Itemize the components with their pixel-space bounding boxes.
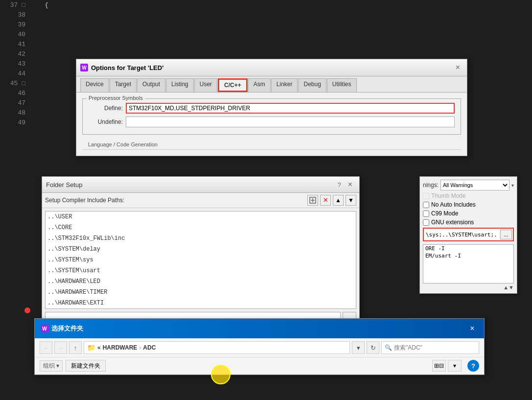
file-nav-bar: ← → ↑ 📁 « HARDWARE › ADC ▾ ↻ 🔍 xyxy=(35,338,484,357)
code-line-39 xyxy=(29,20,48,29)
include-path-browse-btn[interactable]: ... xyxy=(500,230,512,239)
help-btn[interactable]: ? xyxy=(467,360,479,372)
nav-back-btn[interactable]: ← xyxy=(40,341,52,354)
scroll-up-btn[interactable]: ▲ xyxy=(503,284,509,290)
line-39: 39 xyxy=(0,20,29,29)
search-input[interactable] xyxy=(394,344,476,351)
tab-listing[interactable]: Listing xyxy=(166,78,194,92)
no-auto-includes-checkbox[interactable] xyxy=(423,202,429,208)
tab-utilities[interactable]: Utilities xyxy=(327,78,357,92)
folder-toolbar-label: Setup Compiler Include Paths: xyxy=(45,197,305,204)
line-38: 38 xyxy=(0,10,29,20)
line-46: 46 xyxy=(0,88,29,98)
breadcrumb-bar[interactable]: 📁 « HARDWARE › ADC xyxy=(84,341,350,354)
include-path-input[interactable] xyxy=(425,230,499,239)
line-41: 41 xyxy=(0,39,29,49)
path-item-exti[interactable]: ..\HARDWARE\EXTI xyxy=(46,298,356,308)
line-43: 43 xyxy=(0,59,29,69)
right-options-panel: nings: All Warnings ▾ Thumb Mode No Auto… xyxy=(419,176,517,294)
code-line-41 xyxy=(29,39,48,49)
scroll-down-btn[interactable]: ▼ xyxy=(509,284,514,290)
include-item-usart: EM/usart -I xyxy=(423,252,513,259)
preprocessor-group-title: Preprocessor Symbols xyxy=(87,95,145,101)
tab-device[interactable]: Device xyxy=(80,78,109,92)
path-item-fwlib[interactable]: ..\STM32F10x_FWLib\inc xyxy=(46,233,356,244)
path-item-key[interactable]: ..\HARDWARE\KEY xyxy=(46,308,356,309)
tab-debug[interactable]: Debug xyxy=(298,78,326,92)
breadcrumb-sep: › xyxy=(139,344,141,351)
breadcrumb-dropdown-btn[interactable]: ▾ xyxy=(352,341,365,354)
code-line-40 xyxy=(29,29,48,39)
gnu-extensions-checkbox[interactable] xyxy=(423,219,429,226)
tab-user[interactable]: User xyxy=(194,78,217,92)
folder-toolbar: Setup Compiler Include Paths: ✕ ▲ ▼ xyxy=(42,193,359,208)
options-dialog: W Options for Target 'LED' × Device Targ… xyxy=(76,59,467,156)
folder-help-label[interactable]: ? xyxy=(337,181,341,188)
thumb-mode-row: Thumb Mode xyxy=(423,192,514,199)
folder-delete-btn[interactable]: ✕ xyxy=(320,195,331,206)
code-line-48 xyxy=(29,108,48,118)
gnu-extensions-row: GNU extensions xyxy=(423,219,514,226)
path-item-core[interactable]: ..\CORE xyxy=(46,222,356,233)
options-content: Preprocessor Symbols Define: Undefine: L… xyxy=(76,93,467,156)
nav-forward-btn[interactable]: → xyxy=(54,341,67,354)
search-icon: 🔍 xyxy=(385,344,392,351)
no-auto-includes-row: No Auto Includes xyxy=(423,201,514,208)
lang-code-gen-label: Language / Code Generation xyxy=(88,141,158,147)
thumb-mode-checkbox[interactable] xyxy=(423,193,429,199)
folder-title-text: Folder Setup xyxy=(46,181,82,188)
tab-cpp[interactable]: C/C++ xyxy=(218,78,248,92)
code-line-38 xyxy=(29,10,48,20)
refresh-btn[interactable]: ↻ xyxy=(367,341,379,354)
line-numbers: 37 □ 38 39 40 41 42 43 44 45 □ 46 47 48 … xyxy=(0,0,29,400)
options-close-button[interactable]: × xyxy=(453,62,463,73)
view-grid-btn[interactable]: ⊞⊟ xyxy=(432,360,446,372)
options-tabs: Device Target Output Listing User C/C++ … xyxy=(76,76,467,93)
preprocessor-group: Preprocessor Symbols Define: Undefine: xyxy=(82,98,461,135)
folder-down-btn[interactable]: ▼ xyxy=(346,195,356,206)
undefine-input[interactable] xyxy=(126,117,455,127)
path-list: ..\USER ..\CORE ..\STM32F10x_FWLib\inc .… xyxy=(45,211,356,309)
file-dialog-close-btn[interactable]: × xyxy=(466,323,478,334)
tab-asm[interactable]: Asm xyxy=(248,78,271,92)
organize-btn[interactable]: 组织 ▾ xyxy=(40,360,63,372)
options-titlebar: W Options for Target 'LED' × xyxy=(76,59,467,76)
gnu-extensions-label: GNU extensions xyxy=(431,219,474,226)
options-title-left: W Options for Target 'LED' xyxy=(80,64,163,71)
breadcrumb-label: « xyxy=(97,344,101,351)
warnings-select[interactable]: All Warnings xyxy=(440,180,509,190)
warnings-label: nings: xyxy=(423,182,439,188)
path-item-usart[interactable]: ..\SYSTEM\usart xyxy=(46,265,356,276)
folder-up-btn[interactable]: ▲ xyxy=(333,195,344,206)
line-42: 42 xyxy=(0,49,29,59)
nav-up-btn[interactable]: ↑ xyxy=(69,341,82,354)
line-48: 48 xyxy=(0,108,29,118)
options-title-text: Options for Target 'LED' xyxy=(91,64,163,71)
folder-new-btn[interactable] xyxy=(307,195,318,206)
lang-code-gen-section: Language / Code Generation xyxy=(82,140,461,150)
breadcrumb-adc: ADC xyxy=(143,344,156,351)
path-item-user[interactable]: ..\USER xyxy=(46,212,356,222)
path-item-sys[interactable]: ..\SYSTEM\sys xyxy=(46,255,356,265)
new-folder-btn[interactable]: 新建文件夹 xyxy=(66,360,106,372)
view-toggle: ⊞⊟ ▾ xyxy=(432,360,462,372)
code-line-49 xyxy=(29,118,48,127)
tab-output[interactable]: Output xyxy=(137,78,165,92)
path-item-timer[interactable]: ..\HARDWARE\TIMER xyxy=(46,287,356,298)
view-list-btn[interactable]: ▾ xyxy=(448,360,462,372)
code-line-43 xyxy=(29,59,48,69)
code-line-46 xyxy=(29,88,48,98)
line-49: 49 xyxy=(0,118,29,127)
file-dialog-title-text: 选择文件夹 xyxy=(51,324,83,333)
folder-close-button[interactable]: × xyxy=(345,179,355,190)
tab-target[interactable]: Target xyxy=(110,78,137,92)
include-item-core: ORE -I xyxy=(423,245,513,252)
define-input[interactable] xyxy=(126,103,455,114)
tab-linker[interactable]: Linker xyxy=(271,78,298,92)
line-40: 40 xyxy=(0,29,29,39)
c99-mode-row: C99 Mode xyxy=(423,210,514,217)
path-item-delay[interactable]: ..\SYSTEM\delay xyxy=(46,244,356,255)
path-item-led[interactable]: ..\HARDWARE\LED xyxy=(46,276,356,287)
c99-mode-checkbox[interactable] xyxy=(423,211,429,217)
include-list: ORE -I EM/usart -I xyxy=(423,244,514,283)
